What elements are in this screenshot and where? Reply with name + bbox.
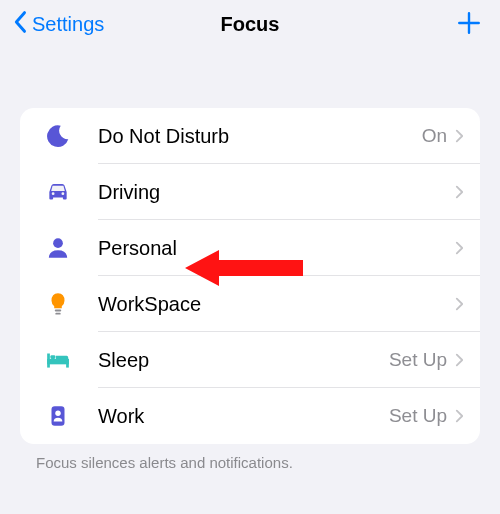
- svg-point-1: [61, 192, 64, 195]
- chevron-right-icon: [455, 128, 464, 144]
- navbar: Settings Focus: [0, 0, 500, 48]
- row-label: Work: [98, 405, 389, 428]
- svg-rect-8: [50, 355, 55, 359]
- row-do-not-disturb[interactable]: Do Not Disturb On: [20, 108, 480, 164]
- row-label: Do Not Disturb: [98, 125, 422, 148]
- back-button[interactable]: Settings: [14, 10, 104, 39]
- car-icon: [34, 179, 82, 205]
- chevron-right-icon: [455, 408, 464, 424]
- svg-rect-6: [47, 354, 50, 368]
- chevron-right-icon: [455, 352, 464, 368]
- row-work[interactable]: Work Set Up: [20, 388, 480, 444]
- row-label: Personal: [98, 237, 447, 260]
- bed-icon: [34, 347, 82, 373]
- person-icon: [34, 235, 82, 261]
- row-label: Driving: [98, 181, 447, 204]
- row-workspace[interactable]: WorkSpace: [20, 276, 480, 332]
- add-button[interactable]: [456, 10, 482, 40]
- row-status: Set Up: [389, 349, 447, 371]
- back-label: Settings: [32, 13, 104, 36]
- moon-icon: [34, 123, 82, 149]
- chevron-left-icon: [14, 10, 28, 39]
- row-label: WorkSpace: [98, 293, 447, 316]
- svg-point-0: [52, 192, 55, 195]
- row-label: Sleep: [98, 349, 389, 372]
- badge-icon: [34, 403, 82, 429]
- svg-rect-7: [66, 359, 69, 368]
- row-sleep[interactable]: Sleep Set Up: [20, 332, 480, 388]
- row-status: Set Up: [389, 405, 447, 427]
- row-driving[interactable]: Driving: [20, 164, 480, 220]
- focus-list: Do Not Disturb On Driving Personal WorkS…: [20, 108, 480, 444]
- chevron-right-icon: [455, 240, 464, 256]
- lightbulb-icon: [34, 291, 82, 317]
- svg-rect-3: [55, 309, 62, 311]
- svg-rect-4: [55, 313, 60, 315]
- chevron-right-icon: [455, 296, 464, 312]
- footer-text: Focus silences alerts and notifications.: [36, 454, 464, 471]
- svg-rect-5: [47, 359, 69, 364]
- row-status: On: [422, 125, 447, 147]
- row-personal[interactable]: Personal: [20, 220, 480, 276]
- plus-icon: [456, 22, 482, 39]
- svg-point-10: [55, 411, 60, 416]
- chevron-right-icon: [455, 184, 464, 200]
- svg-point-2: [53, 238, 63, 248]
